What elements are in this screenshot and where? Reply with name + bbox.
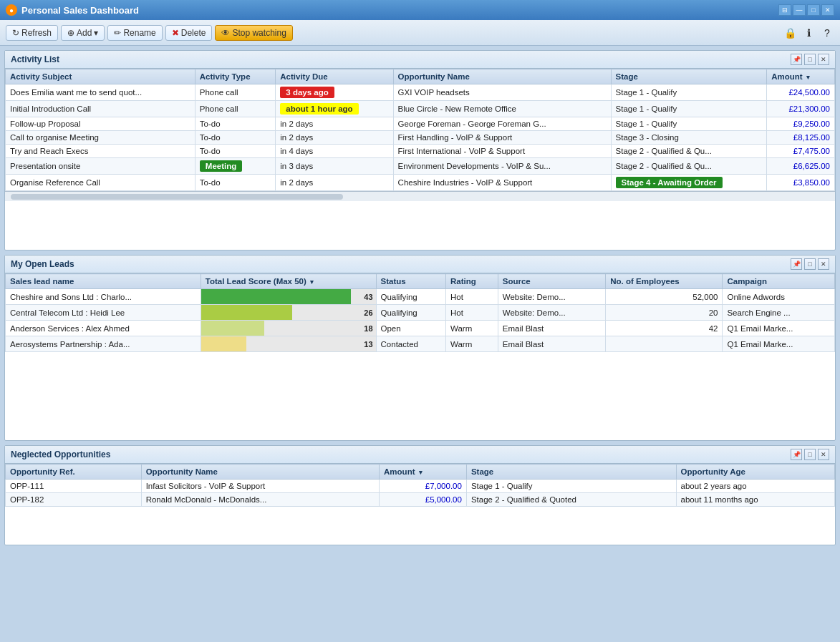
neglected-table-container: Opportunity Ref. Opportunity Name Amount… bbox=[5, 464, 835, 507]
panel-pin-button[interactable]: 📌 bbox=[791, 54, 802, 65]
rename-icon: ✏ bbox=[114, 28, 121, 38]
app-icon: ● bbox=[6, 4, 17, 16]
stop-watching-button[interactable]: 👁 Stop watching bbox=[215, 25, 292, 41]
activity-row[interactable]: Follow-up ProposalTo-doin 2 daysGeorge F… bbox=[6, 117, 835, 131]
col-lead-employees[interactable]: No. of Employees bbox=[606, 274, 723, 289]
activity-amount: £7,475.00 bbox=[767, 145, 835, 158]
activity-horizontal-scroll[interactable] bbox=[5, 191, 835, 201]
minimize-button[interactable]: ⊟ bbox=[778, 4, 791, 16]
activity-amount: £8,125.00 bbox=[767, 131, 835, 145]
col-opp-amount[interactable]: Amount ▾ bbox=[380, 465, 467, 480]
activity-row[interactable]: Presentation onsiteMeetingin 3 daysEnvir… bbox=[6, 158, 835, 175]
col-opp-stage[interactable]: Stage bbox=[466, 465, 676, 480]
restore-button[interactable]: — bbox=[793, 4, 806, 16]
activity-subject: Follow-up Proposal bbox=[6, 117, 195, 131]
lead-status: Qualifying bbox=[376, 305, 446, 321]
window-controls[interactable]: ⊟ — □ ✕ bbox=[778, 4, 834, 16]
col-opportunity-name[interactable]: Opportunity Name bbox=[393, 69, 611, 84]
neglected-panel-pin-button[interactable]: 📌 bbox=[791, 449, 802, 460]
col-stage[interactable]: Stage bbox=[611, 69, 767, 84]
lock-icon[interactable]: 🔒 bbox=[783, 26, 797, 40]
activity-opportunity: First International - VoIP & Support bbox=[393, 145, 611, 158]
delete-button[interactable]: ✖ Delete bbox=[165, 25, 213, 41]
col-opp-age[interactable]: Opportunity Age bbox=[676, 465, 834, 480]
activity-type: To-do bbox=[195, 131, 276, 145]
title-bar: ● Personal Sales Dashboard ⊟ — □ ✕ bbox=[0, 0, 840, 20]
leads-panel-minimize-button[interactable]: □ bbox=[804, 258, 816, 270]
col-lead-status[interactable]: Status bbox=[376, 274, 446, 289]
panel-minimize-button[interactable]: □ bbox=[804, 54, 816, 65]
lead-name: Anderson Services : Alex Ahmed bbox=[6, 321, 201, 336]
col-opp-ref[interactable]: Opportunity Ref. bbox=[6, 465, 142, 480]
neglected-panel-minimize-button[interactable]: □ bbox=[804, 449, 816, 460]
col-lead-name[interactable]: Sales lead name bbox=[6, 274, 201, 289]
delete-icon: ✖ bbox=[172, 28, 179, 38]
activity-list-title: Activity List bbox=[11, 54, 59, 64]
add-button[interactable]: ⊕ Add ▾ bbox=[61, 25, 105, 41]
lead-row[interactable]: Anderson Services : Alex Ahmed 18 OpenWa… bbox=[6, 321, 835, 336]
help-icon[interactable]: ? bbox=[820, 26, 834, 40]
panel-close-button[interactable]: ✕ bbox=[818, 54, 829, 65]
lead-source: Website: Demo... bbox=[498, 305, 606, 321]
leads-panel-pin-button[interactable]: 📌 bbox=[791, 258, 802, 270]
refresh-button[interactable]: ↻ Refresh bbox=[6, 25, 58, 41]
activity-stage: Stage 3 - Closing bbox=[611, 131, 767, 145]
leads-panel-close-button[interactable]: ✕ bbox=[818, 258, 829, 270]
h-scroll-thumb[interactable] bbox=[11, 194, 343, 200]
opp-stage: Stage 1 - Qualify bbox=[466, 480, 676, 493]
activity-due: in 2 days bbox=[276, 175, 393, 191]
info-icon[interactable]: ℹ bbox=[801, 26, 816, 40]
col-activity-type[interactable]: Activity Type bbox=[195, 69, 276, 84]
activity-due: 3 days ago bbox=[276, 84, 393, 101]
neglected-panel-close-button[interactable]: ✕ bbox=[818, 449, 829, 460]
activity-row[interactable]: Call to organise MeetingTo-doin 2 daysFi… bbox=[6, 131, 835, 145]
lead-employees: 42 bbox=[606, 321, 723, 336]
activity-row[interactable]: Try and Reach ExecsTo-doin 4 daysFirst I… bbox=[6, 145, 835, 158]
opp-amount: £7,000.00 bbox=[380, 480, 467, 493]
lead-campaign: Search Engine ... bbox=[723, 305, 835, 321]
col-amount[interactable]: Amount ▾ bbox=[767, 69, 835, 84]
lead-row[interactable]: Cheshire and Sons Ltd : Charlo... 43 Qua… bbox=[6, 289, 835, 305]
activity-amount: £6,625.00 bbox=[767, 158, 835, 175]
maximize-button[interactable]: □ bbox=[807, 4, 820, 16]
col-activity-due[interactable]: Activity Due bbox=[276, 69, 393, 84]
activity-opportunity: Environment Developments - VoIP & Su... bbox=[393, 158, 611, 175]
lead-rating: Hot bbox=[446, 305, 498, 321]
toolbar: ↻ Refresh ⊕ Add ▾ ✏ Rename ✖ Delete 👁 St… bbox=[0, 20, 840, 46]
leads-table-container: Sales lead name Total Lead Score (Max 50… bbox=[5, 273, 835, 352]
activity-type: To-do bbox=[195, 117, 276, 131]
col-lead-source[interactable]: Source bbox=[498, 274, 606, 289]
lead-row[interactable]: Central Telecom Ltd : Heidi Lee 26 Quali… bbox=[6, 305, 835, 321]
rename-button[interactable]: ✏ Rename bbox=[107, 25, 162, 41]
lead-score-cell: 43 bbox=[201, 289, 376, 305]
col-lead-campaign[interactable]: Campaign bbox=[723, 274, 835, 289]
activity-stage: Stage 4 - Awaiting Order bbox=[611, 175, 767, 191]
leads-panel-controls[interactable]: 📌 □ ✕ bbox=[791, 258, 829, 270]
neglected-panel-controls[interactable]: 📌 □ ✕ bbox=[791, 449, 829, 460]
activity-row[interactable]: Does Emilia want me to send quot...Phone… bbox=[6, 84, 835, 101]
activity-subject: Does Emilia want me to send quot... bbox=[6, 84, 195, 101]
activity-row[interactable]: Initial Introduction CallPhone callabout… bbox=[6, 101, 835, 117]
activity-due: in 2 days bbox=[276, 131, 393, 145]
activity-due-badge: about 1 hour ago bbox=[280, 103, 358, 115]
col-lead-score[interactable]: Total Lead Score (Max 50) ▾ bbox=[201, 274, 376, 289]
lead-name: Aerosystems Partnership : Ada... bbox=[6, 336, 201, 352]
close-button[interactable]: ✕ bbox=[821, 4, 834, 16]
col-activity-subject[interactable]: Activity Subject bbox=[6, 69, 195, 84]
neglected-row[interactable]: OPP-111Infast Solicitors - VoIP & Suppor… bbox=[6, 480, 835, 493]
lead-status: Qualifying bbox=[376, 289, 446, 305]
add-dropdown-icon: ▾ bbox=[94, 28, 98, 38]
col-lead-rating[interactable]: Rating bbox=[446, 274, 498, 289]
activity-opportunity: George Foreman - George Foreman G... bbox=[393, 117, 611, 131]
score-bar bbox=[201, 289, 352, 304]
col-opp-name[interactable]: Opportunity Name bbox=[141, 465, 379, 480]
lead-row[interactable]: Aerosystems Partnership : Ada... 13 Cont… bbox=[6, 336, 835, 352]
activity-stage-badge: Stage 4 - Awaiting Order bbox=[616, 177, 723, 188]
neglected-row[interactable]: OPP-182Ronald McDonald - McDonalds...£5,… bbox=[6, 493, 835, 507]
panel-controls[interactable]: 📌 □ ✕ bbox=[791, 54, 829, 65]
activity-due-badge: 3 days ago bbox=[280, 87, 334, 98]
activity-row[interactable]: Organise Reference CallTo-doin 2 daysChe… bbox=[6, 175, 835, 191]
activity-subject: Call to organise Meeting bbox=[6, 131, 195, 145]
activity-list-header: Activity List 📌 □ ✕ bbox=[5, 51, 835, 69]
lead-campaign: Online Adwords bbox=[723, 289, 835, 305]
